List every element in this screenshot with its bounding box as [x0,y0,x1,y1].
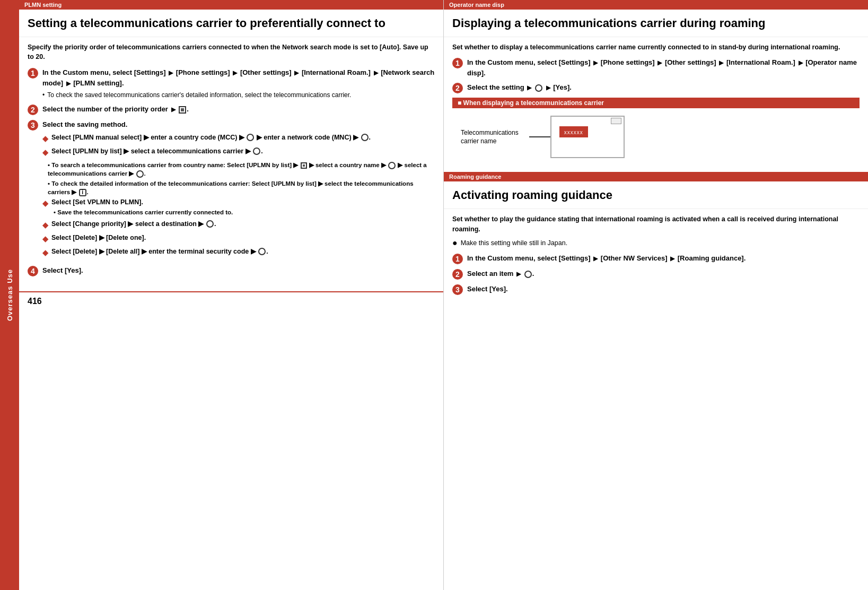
roaming-step-1-number: 1 [452,254,463,264]
roaming-section-title: Activating roaming guidance [444,181,868,209]
right-intro-text: Set whether to display a telecommunicati… [452,42,860,53]
step-3-content: Select the saving method. ◆ Select [PLMN… [42,119,435,261]
substep-note-1: To search a telecommunications carrier f… [48,161,435,178]
info-icon: i [79,189,86,196]
step-3-substeps: ◆ Select [PLMN manual select] ▶ enter a … [42,133,435,258]
substep-3-5-content: Select [Delete] ▶ [Delete one]. [51,233,435,243]
roaming-step-1: 1 In the Custom menu, select [Settings] … [452,253,860,264]
step-4-content: Select [Yes]. [42,265,435,276]
substep-diamond-4: ◆ [42,220,48,231]
left-column: PLMN setting Setting a telecommunication… [19,0,444,590]
substep-diamond-2: ◆ [42,147,48,158]
substep-3-3: ◆ Select [Set VPLMN to PLMN]. • Save the… [42,198,435,217]
step-2: 2 Select the number of the priority orde… [28,104,435,115]
right-section-header: Operator name disp [444,0,868,10]
diagram-arrow-line [529,136,550,137]
diagram-container: Telecommunicationscarrier name xxxxxx [452,111,860,162]
carrier-name-display: xxxxxx [559,126,588,137]
step-4-number: 4 [28,266,38,276]
bullet-circle: ● [452,238,458,248]
roaming-step-2-number: 2 [452,269,463,280]
step-2-number: 2 [28,105,38,115]
roaming-step-3-content: Select [Yes]. [467,284,860,294]
roaming-section-body: Set whether to play the guidance stating… [444,209,868,305]
substep-diamond-1: ◆ [42,133,48,144]
substep-note-2: To check the detailed information of the… [48,179,435,196]
substep-3-1: ◆ Select [PLMN manual select] ▶ enter a … [42,133,435,144]
right-section-title: Displaying a telecommunications carrier … [444,10,868,37]
carrier-name-text: xxxxxx [564,129,583,135]
substep-3-3-content: Select [Set VPLMN to PLMN]. • Save the t… [51,198,435,217]
right-step-2-number: 2 [452,83,463,93]
right-column: Operator name disp Displaying a telecomm… [444,0,868,590]
step-2-content: Select the number of the priority order … [42,104,435,115]
roaming-step-2: 2 Select an item ▶ . [452,268,860,280]
right-step-1: 1 In the Custom menu, select [Settings] … [452,57,860,78]
substep-3-2-content: Select [UPLMN by list] ▶ select a teleco… [51,147,435,157]
roaming-step-2-content: Select an item ▶ . [467,268,860,279]
roaming-step-1-content: In the Custom menu, select [Settings] ▶ … [467,253,860,264]
substep-3-6-content: Select [Delete] ▶ [Delete all] ▶ enter t… [51,247,435,257]
left-section-title: Setting a telecommunications carrier to … [19,10,443,37]
substep-diamond-3: ◆ [42,198,48,209]
substep-3-4: ◆ Select [Change priority] ▶ select a de… [42,220,435,231]
left-section-header: PLMN setting [19,0,443,10]
step-1-note: To check the saved telecommunications ca… [42,90,435,100]
substep-3-5: ◆ Select [Delete] ▶ [Delete one]. [42,233,435,245]
substep-3-2: ◆ Select [UPLMN by list] ▶ select a tele… [42,147,435,158]
roaming-step-3-number: 3 [452,284,463,295]
step-1: 1 In the Custom menu, select [Settings] … [28,67,435,100]
roaming-section-header: Roaming guidance [444,172,868,181]
when-displaying-header: ■ When displaying a telecommunications c… [452,98,860,108]
phone-mockup: xxxxxx [550,116,625,158]
step-3-number: 3 [28,120,38,131]
roaming-intro-text: Set whether to play the guidance stating… [452,214,860,235]
substep-3-6: ◆ Select [Delete] ▶ [Delete all] ▶ enter… [42,247,435,258]
substep-3-4-content: Select [Change priority] ▶ select a dest… [51,220,435,229]
sidebar-label: Overseas Use [6,269,14,321]
right-step-2: 2 Select the setting ▶ ▶ [Yes]. [452,82,860,93]
substep-3-1-content: Select [PLMN manual select] ▶ enter a co… [51,133,435,143]
right-step-1-number: 1 [452,58,463,68]
substep-diamond-5: ◆ [42,233,48,245]
right-section-body: Set whether to display a telecommunicati… [444,37,868,172]
sidebar: Overseas Use [0,0,19,590]
right-step-1-content: In the Custom menu, select [Settings] ▶ … [467,57,860,78]
left-intro-text: Specify the priority order of telecommun… [28,42,435,63]
bullet-note-text: Make this setting while still in Japan. [461,239,567,247]
right-step-2-content: Select the setting ▶ ▶ [Yes]. [467,82,860,93]
left-section-body: Specify the priority order of telecommun… [19,37,443,286]
diagram-label: Telecommunicationscarrier name [461,128,519,146]
substep-diamond-6: ◆ [42,247,48,258]
step-1-number: 1 [28,68,38,79]
step-3: 3 Select the saving method. ◆ Select [PL… [28,119,435,261]
roaming-step-3: 3 Select [Yes]. [452,284,860,295]
main-content: PLMN setting Setting a telecommunication… [19,0,868,590]
step-4: 4 Select [Yes]. [28,265,435,276]
page-number: 416 [19,291,443,310]
roaming-bullet-note: ● Make this setting while still in Japan… [452,239,860,248]
phone-battery [611,118,621,124]
step-1-content: In the Custom menu, select [Settings] ▶ … [42,67,435,100]
